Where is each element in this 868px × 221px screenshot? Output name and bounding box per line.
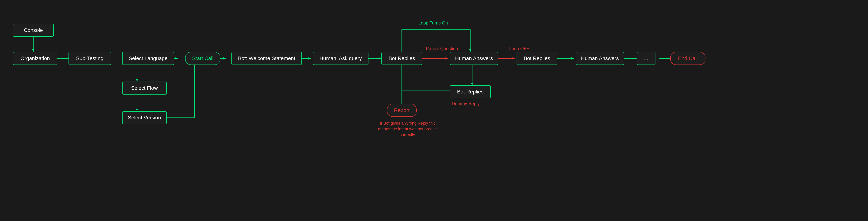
svg-marker-15 <box>445 57 448 59</box>
svg-marker-11 <box>308 57 311 59</box>
parent-question-label: Parent Question <box>426 46 458 51</box>
bot-welcome-node: Bot: Welcome Statement <box>231 52 302 65</box>
start-call-node[interactable]: Start Call <box>185 52 220 65</box>
bot-replies-1-node: Bot Replies <box>381 52 422 65</box>
select-flow-node[interactable]: Select Flow <box>122 82 167 94</box>
human-ask-node: Human: Ask query <box>313 52 368 65</box>
svg-marker-19 <box>571 57 574 59</box>
human-answers-2-node: Human Answers <box>576 52 624 65</box>
svg-marker-13 <box>379 57 381 59</box>
svg-marker-1 <box>32 49 34 52</box>
loop-off-label: Loop OFF <box>509 46 529 51</box>
human-answers-1-node: Human Answers <box>450 52 498 65</box>
svg-marker-9 <box>223 57 226 59</box>
bot-replies-2-node: Bot Replies <box>517 52 557 65</box>
dummy-reply-label: Dummy Reply <box>452 101 480 106</box>
select-version-node[interactable]: Select Version <box>122 111 167 124</box>
loop-turns-on-label: Loop Turns On <box>418 20 448 26</box>
svg-marker-30 <box>469 49 471 52</box>
svg-marker-38 <box>471 83 473 85</box>
end-call-node[interactable]: End Call <box>670 52 706 65</box>
svg-marker-7 <box>175 57 178 59</box>
wrong-reply-text: If Bot gives a Wrong Reply thit means th… <box>378 120 437 138</box>
svg-marker-27 <box>136 109 138 111</box>
svg-marker-25 <box>136 79 138 82</box>
arrows-svg <box>0 0 868 221</box>
svg-marker-17 <box>512 57 515 59</box>
sub-testing-node: Sub-Testing <box>68 52 111 65</box>
bot-replies-dummy-node: Bot Replies <box>450 85 491 98</box>
diagram-container: Console Organization Sub-Testing Select … <box>0 0 868 221</box>
ellipsis-node: ... <box>637 52 655 65</box>
report-node[interactable]: Report <box>387 104 416 117</box>
organization-node: Organization <box>13 52 57 65</box>
select-language-node[interactable]: Select Language <box>122 52 174 65</box>
console-node: Console <box>13 24 54 37</box>
